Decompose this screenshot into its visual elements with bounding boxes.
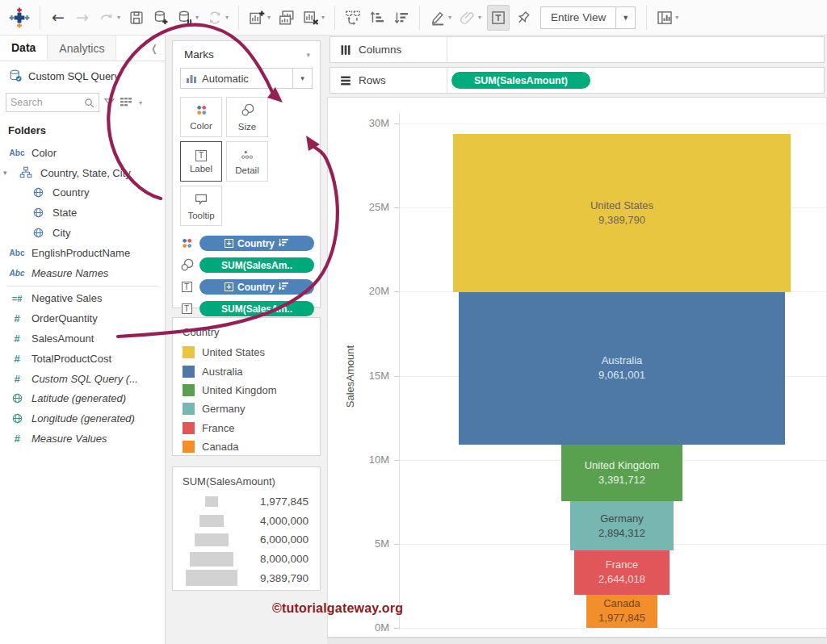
funnel-bar-australia[interactable]: Australia9,061,001 — [459, 292, 784, 445]
fix-axes-button[interactable] — [513, 5, 534, 31]
tab-analytics[interactable]: Analytics — [48, 36, 116, 61]
caret-down-icon[interactable]: ▾ — [225, 14, 229, 21]
legend-item-germany[interactable]: Germany — [173, 399, 320, 418]
globe-icon — [29, 186, 47, 199]
field-row-salesamount[interactable]: #SalesAmount — [0, 328, 165, 349]
show-mark-labels-button[interactable] — [487, 5, 510, 31]
fit-dropdown-caret-icon[interactable]: ▼ — [615, 7, 635, 28]
funnel-bar-germany[interactable]: Germany2,894,312 — [570, 501, 674, 550]
chevron-down-icon[interactable]: ▾ — [3, 169, 11, 177]
field-row-city[interactable]: City — [0, 223, 165, 243]
marks-menu-caret-icon[interactable]: ▾ — [306, 51, 310, 59]
pill-sum-salesam[interactable]: SUM(SalesAm.. — [199, 257, 314, 273]
horizontal-scrollbar[interactable] — [327, 638, 827, 644]
new-worksheet-button[interactable]: ▾ — [246, 5, 273, 31]
pill-country[interactable]: +Country — [199, 236, 314, 251]
caret-down-icon[interactable]: ▾ — [267, 14, 271, 21]
columns-shelf-area[interactable] — [447, 37, 824, 62]
duplicate-sheet-button[interactable] — [276, 5, 297, 31]
detail-button[interactable]: Detail — [226, 141, 268, 182]
color-button[interactable]: Color — [180, 97, 222, 137]
pill-country[interactable]: +Country — [199, 279, 314, 295]
sort-descending-icon[interactable] — [279, 282, 289, 293]
field-row-custom-sql-query[interactable]: #Custom SQL Query (... — [0, 369, 165, 389]
collapse-pane-icon[interactable]: ❬ — [144, 36, 165, 61]
legend-item-australia[interactable]: Australia — [173, 362, 320, 380]
funnel-bar-canada[interactable]: Canada1,977,845 — [586, 595, 657, 628]
caret-down-icon[interactable]: ▾ — [321, 14, 325, 21]
field-row-country-state-city[interactable]: ▾Country, State, City — [0, 163, 165, 183]
funnel-bar-united-kingdom[interactable]: United Kingdom3,391,712 — [561, 445, 683, 502]
columns-shelf[interactable]: Columns — [330, 36, 825, 63]
legend-item-canada[interactable]: Canada — [173, 437, 320, 456]
format-workbook-button[interactable]: ▾ — [457, 5, 484, 31]
pill-sum-salesam[interactable]: SUM(SalesAm.. — [199, 301, 314, 316]
view-as-grid-icon[interactable] — [120, 97, 132, 108]
field-label: Measure Names — [31, 267, 108, 279]
marks-pill-row: T+Country — [178, 279, 314, 295]
field-row-measure-values[interactable]: #Measure Values — [0, 429, 165, 449]
sort-ascending-button[interactable] — [367, 5, 388, 31]
expand-hierarchy-icon[interactable]: + — [225, 239, 233, 248]
funnel-bar-united-states[interactable]: United States9,389,790 — [453, 134, 791, 292]
worksheet[interactable]: 0M5M10M15M20M25M30MSalesAmountCanada1,97… — [327, 97, 827, 638]
show-me-button[interactable]: ▾ — [654, 5, 681, 31]
search-placeholder: Search — [10, 97, 84, 108]
mark-type-dropdown[interactable]: Automatic ▾ — [180, 68, 313, 89]
caret-down-icon[interactable]: ▾ — [448, 14, 451, 21]
redo-button[interactable]: → — [72, 5, 93, 31]
save-button[interactable] — [126, 5, 147, 31]
highlight-button[interactable]: ▾ — [427, 5, 454, 31]
legend-item-france[interactable]: France — [173, 419, 320, 437]
rows-pill-sum-salesamount[interactable]: SUM(SalesAmount) — [451, 72, 590, 89]
color-swatch — [183, 366, 195, 378]
field-row-color[interactable]: AbcColor — [0, 143, 165, 163]
expand-hierarchy-icon[interactable]: + — [225, 282, 233, 291]
undo-button[interactable]: ← — [48, 5, 69, 31]
field-row-totalproductcost[interactable]: #TotalProductCost — [0, 349, 165, 369]
caret-down-icon[interactable]: ▾ — [195, 14, 199, 21]
legend-item-united-kingdom[interactable]: United Kingdom — [173, 381, 320, 399]
field-label: City — [52, 227, 70, 239]
fit-dropdown[interactable]: Entire View▼ — [540, 6, 636, 29]
marks-pills: +CountrySUM(SalesAm..T+CountryTSUM(Sales… — [173, 228, 320, 316]
funnel-bar-france[interactable]: France2,644,018 — [574, 550, 670, 595]
field-list: AbcColor▾Country, State, CityCountryStat… — [0, 141, 165, 449]
y-axis-title[interactable]: SalesAmount — [344, 341, 356, 413]
datasource-item[interactable]: Custom SQL Query — [0, 61, 165, 90]
caret-down-icon[interactable]: ▾ — [117, 14, 120, 21]
field-row-englishproductname[interactable]: AbcEnglishProductName — [0, 243, 165, 263]
field-row-orderquantity[interactable]: #OrderQuantity — [0, 308, 165, 328]
pause-auto-updates-button[interactable]: ▾ — [174, 5, 201, 31]
size-button[interactable]: Size — [226, 97, 268, 137]
sort-descending-icon[interactable] — [279, 238, 289, 249]
new-data-source-button[interactable] — [150, 5, 171, 31]
sort-descending-button[interactable] — [391, 5, 412, 31]
view-options-caret-icon[interactable]: ▾ — [139, 99, 142, 107]
mark-type-caret-icon[interactable]: ▾ — [292, 69, 312, 88]
clear-sheet-button[interactable]: ▾ — [300, 5, 327, 31]
field-row-latitude-generated[interactable]: Latitude (generated) — [0, 389, 165, 409]
bar-value-label: 2,894,312 — [598, 526, 645, 541]
y-axis-line — [399, 114, 400, 629]
run-update-button[interactable]: ▾ — [204, 5, 231, 31]
replay-button[interactable]: ▾ — [96, 5, 123, 31]
columns-label: Columns — [359, 44, 401, 56]
field-row-measure-names[interactable]: AbcMeasure Names — [0, 263, 165, 283]
field-row-country[interactable]: Country — [0, 183, 165, 203]
legend-item-united-states[interactable]: United States — [173, 343, 320, 362]
pill-label: SUM(SalesAm.. — [221, 260, 292, 271]
caret-down-icon[interactable]: ▾ — [675, 14, 678, 21]
filter-icon[interactable] — [103, 97, 115, 109]
bar-category-label: United States — [590, 199, 653, 213]
search-input[interactable]: Search — [6, 93, 99, 112]
field-row-negative-sales[interactable]: =#Negative Sales — [0, 289, 165, 309]
swap-rows-columns-button[interactable] — [342, 5, 363, 31]
tooltip-button[interactable]: Tooltip — [180, 186, 222, 226]
caret-down-icon[interactable]: ▾ — [478, 14, 481, 21]
rows-shelf[interactable]: Rows SUM(SalesAmount) — [330, 67, 825, 94]
field-row-state[interactable]: State — [0, 203, 165, 223]
tab-data[interactable]: Data — [0, 36, 48, 61]
field-row-longitude-generated[interactable]: Longitude (generated) — [0, 408, 165, 429]
label-button[interactable]: TLabel — [180, 141, 222, 182]
